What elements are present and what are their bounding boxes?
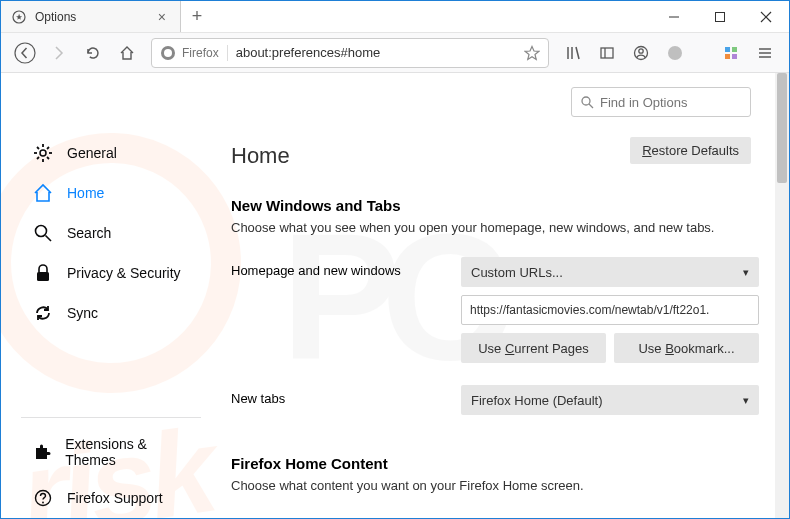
svg-line-30 xyxy=(47,147,49,149)
close-window-button[interactable] xyxy=(743,1,789,32)
forward-button[interactable] xyxy=(43,37,75,69)
gear-icon xyxy=(33,143,53,163)
identity-box[interactable]: Firefox xyxy=(160,45,228,61)
svg-line-38 xyxy=(589,104,593,108)
search-icon xyxy=(33,223,53,243)
sidebar-item-privacy[interactable]: Privacy & Security xyxy=(9,253,213,293)
svg-point-7 xyxy=(164,49,172,57)
preferences-sidebar: General Home Search Privacy & Security S… xyxy=(1,73,221,518)
home-button[interactable] xyxy=(111,37,143,69)
dropdown-value: Custom URLs... xyxy=(471,265,563,280)
homepage-row: Homepage and new windows Custom URLs... … xyxy=(231,257,759,363)
sidebar-toggle-button[interactable] xyxy=(591,37,623,69)
browser-tab[interactable]: Options × xyxy=(1,1,181,32)
svg-rect-11 xyxy=(601,48,613,58)
library-button[interactable] xyxy=(557,37,589,69)
svg-line-29 xyxy=(47,157,49,159)
sidebar-item-label: General xyxy=(67,145,117,161)
sync-icon xyxy=(33,303,53,323)
tab-close-icon[interactable]: × xyxy=(154,9,170,25)
svg-line-28 xyxy=(37,147,39,149)
use-bookmark-button[interactable]: Use Bookmark... xyxy=(614,333,759,363)
help-icon xyxy=(33,488,53,508)
svg-rect-2 xyxy=(716,12,725,21)
svg-point-23 xyxy=(40,150,46,156)
newtabs-row: New tabs Firefox Home (Default) ▾ xyxy=(231,385,759,415)
sidebar-item-label: Privacy & Security xyxy=(67,265,181,281)
maximize-button[interactable] xyxy=(697,1,743,32)
newtabs-label: New tabs xyxy=(231,385,461,406)
svg-line-33 xyxy=(46,236,52,242)
url-input[interactable] xyxy=(236,45,524,60)
section-desc: Choose what content you want on your Fir… xyxy=(231,478,759,493)
chevron-down-icon: ▾ xyxy=(743,394,749,407)
sidebar-item-label: Sync xyxy=(67,305,98,321)
sidebar-item-extensions[interactable]: Extensions & Themes xyxy=(9,426,213,478)
firefox-logo-icon xyxy=(160,45,176,61)
back-button[interactable] xyxy=(9,37,41,69)
content-area: PC risk General Home Search Privacy & Se… xyxy=(1,73,789,518)
homepage-url-input[interactable] xyxy=(461,295,759,325)
svg-rect-34 xyxy=(37,272,49,281)
minimize-button[interactable] xyxy=(651,1,697,32)
sidebar-item-label: Firefox Support xyxy=(67,490,163,506)
find-in-options[interactable] xyxy=(571,87,751,117)
svg-point-15 xyxy=(668,46,682,60)
url-bar[interactable]: Firefox xyxy=(151,38,549,68)
sidebar-item-label: Search xyxy=(67,225,111,241)
lock-icon xyxy=(33,263,53,283)
homepage-label: Homepage and new windows xyxy=(231,257,461,278)
section-desc: Choose what you see when you open your h… xyxy=(231,220,759,235)
use-current-pages-button[interactable]: Use Current Pages xyxy=(461,333,606,363)
main-panel: Home Restore Defaults New Windows and Ta… xyxy=(221,73,789,518)
section-title: New Windows and Tabs xyxy=(231,197,759,214)
search-icon xyxy=(580,95,594,109)
sidebar-item-general[interactable]: General xyxy=(9,133,213,173)
sidebar-item-home[interactable]: Home xyxy=(9,173,213,213)
bookmark-star-icon[interactable] xyxy=(524,45,540,61)
section-title: Firefox Home Content xyxy=(231,455,759,472)
reload-button[interactable] xyxy=(77,37,109,69)
svg-rect-19 xyxy=(732,54,737,59)
find-input[interactable] xyxy=(600,95,768,110)
dropdown-value: Firefox Home (Default) xyxy=(471,393,602,408)
chevron-down-icon: ▾ xyxy=(743,266,749,279)
restore-defaults-button[interactable]: Restore Defaults xyxy=(630,137,751,164)
sidebar-item-support[interactable]: Firefox Support xyxy=(9,478,213,518)
menu-button[interactable] xyxy=(749,37,781,69)
svg-point-5 xyxy=(15,43,35,63)
account-button[interactable] xyxy=(625,37,657,69)
svg-line-31 xyxy=(37,157,39,159)
identity-label: Firefox xyxy=(182,46,219,60)
extension2-icon[interactable] xyxy=(715,37,747,69)
sidebar-divider xyxy=(21,417,201,418)
svg-rect-17 xyxy=(732,47,737,52)
svg-point-36 xyxy=(42,502,44,504)
svg-point-37 xyxy=(582,97,590,105)
homepage-dropdown[interactable]: Custom URLs... ▾ xyxy=(461,257,759,287)
svg-rect-18 xyxy=(725,54,730,59)
tab-title: Options xyxy=(35,10,154,24)
extension-icon[interactable] xyxy=(659,37,691,69)
sidebar-item-label: Home xyxy=(67,185,104,201)
titlebar-spacer xyxy=(213,1,651,32)
sidebar-item-sync[interactable]: Sync xyxy=(9,293,213,333)
toolbar: Firefox xyxy=(1,33,789,73)
svg-rect-16 xyxy=(725,47,730,52)
tab-favicon-icon xyxy=(11,9,27,25)
titlebar: Options × + xyxy=(1,1,789,33)
window-controls xyxy=(651,1,789,32)
newtabs-dropdown[interactable]: Firefox Home (Default) ▾ xyxy=(461,385,759,415)
svg-point-32 xyxy=(36,226,47,237)
svg-point-14 xyxy=(639,48,643,52)
sidebar-item-label: Extensions & Themes xyxy=(65,436,189,468)
puzzle-icon xyxy=(33,442,51,462)
sidebar-item-search[interactable]: Search xyxy=(9,213,213,253)
home-icon xyxy=(33,183,53,203)
new-tab-button[interactable]: + xyxy=(181,1,213,32)
svg-line-10 xyxy=(576,47,579,59)
